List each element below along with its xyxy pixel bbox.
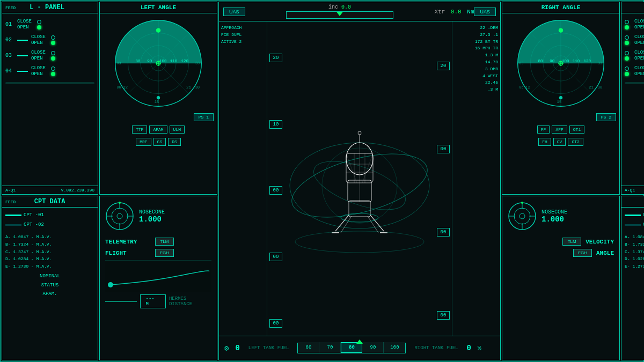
l-panel-title: FEED L - PANEL: [2, 2, 98, 13]
r-close-dot-2: [625, 35, 629, 40]
svg-line-48: [346, 153, 357, 183]
right-btn-group-2: FH CV OT2: [502, 136, 619, 148]
fgh-btn[interactable]: FGH: [155, 249, 174, 257]
svg-text:90: 90: [147, 59, 152, 63]
spacecraft-svg: [284, 110, 435, 271]
svg-text:06: 06: [117, 85, 121, 90]
svg-point-87: [519, 213, 525, 219]
ff-btn[interactable]: FF: [537, 125, 550, 134]
angle-row: FGH ANGLE: [508, 249, 614, 257]
cpt-02-item: CPT -02: [5, 220, 94, 229]
apam-btn[interactable]: APAM: [149, 125, 167, 134]
fuel-left-val: 0: [235, 344, 239, 352]
right-tel-content: NOSECONE 1.000 TLM VELOCITY FGH ANGLE: [502, 196, 619, 265]
left-angle-label: LEFT ANGLE: [100, 2, 217, 13]
fuel-percent: %: [478, 345, 481, 351]
r-open-dot-1: [625, 25, 629, 29]
angle-ps-row: PS 1: [100, 113, 217, 123]
center-mid: APPROACH PCE DUPL ACTIVE 2 20 10 00 00 0…: [219, 21, 500, 360]
fuel-100: 100: [384, 342, 405, 353]
close-dot-3: [51, 51, 55, 55]
svg-text:03: 03: [519, 61, 524, 65]
hermes-label: HERMES DISTANCE: [169, 296, 211, 307]
gauge-arrow: [336, 12, 343, 16]
spacecraft-display: [284, 21, 435, 360]
l-row-3: 03 CLOSE OPEN: [5, 50, 94, 61]
r-close-dot-1: [625, 20, 629, 24]
flight-row: FLIGHT FGH: [105, 249, 211, 257]
nosecone-right-label: NOSECONE: [541, 209, 567, 215]
center-right-data: 22 .DRM 27.3 .1 172 BT TR 16 MPH TR 1.3 …: [452, 21, 500, 360]
tlm-btn[interactable]: TLM: [155, 238, 174, 246]
cpt-nominal: NOMINAL STATUS APAM.: [2, 272, 98, 298]
svg-text:80: 80: [136, 59, 141, 63]
right-ps-row: PS 2: [502, 113, 619, 123]
mrf-btn[interactable]: MRF: [136, 138, 151, 146]
l-panel-rows: 01 CLOSE OPEN 02 CLOSE OPEN: [2, 16, 98, 80]
r-panel-bar: [625, 82, 644, 84]
svg-text:120: 120: [584, 59, 591, 63]
nosecone-target-left: [105, 202, 135, 231]
r-open-dot-4: [625, 72, 629, 76]
left-radar-svg: 80 90 100 110 120 12 15 21 03 33 06 30: [113, 18, 204, 109]
xtr-display: Xtr 0.0 Nm: [434, 9, 474, 15]
r-row-3: CLOSE OPEN 03: [625, 50, 644, 61]
cpr-data-panel: CPR DATA FEED CPR -01 CPR -02 A- 1.0847 …: [621, 196, 644, 360]
right-scale: 20 00 00 00: [435, 21, 452, 360]
angle-fgh-btn[interactable]: FGH: [573, 249, 592, 257]
cv-btn[interactable]: CV: [553, 138, 566, 146]
svg-text:100: 100: [562, 59, 569, 63]
flight-label: FLIGHT: [105, 250, 151, 256]
cpr-values: A- 1.0847 - M.A.V. B- 1.7324 - M.A.V. C-…: [621, 233, 644, 270]
uas-left-btn[interactable]: UAS: [223, 8, 245, 16]
r-open-dot-2: [625, 41, 629, 45]
ttf-btn[interactable]: TTF: [132, 125, 147, 134]
fh-btn[interactable]: FH: [538, 138, 551, 146]
xtr-label: Xtr: [434, 9, 445, 15]
nosecone-target-right: [508, 202, 537, 231]
open-dot-3: [51, 56, 55, 61]
xtr-value: 0.0: [451, 9, 462, 15]
left-btn-group-2: MRF GS DS: [100, 136, 217, 148]
svg-text:30: 30: [598, 85, 602, 90]
svg-text:06: 06: [519, 85, 524, 90]
r-panel-footer: A-Q1 V.092.239.390: [621, 186, 644, 194]
l-row-2: 02 CLOSE OPEN: [5, 34, 94, 46]
fuel-icon: ⚙: [224, 344, 229, 353]
svg-text:110: 110: [573, 59, 580, 63]
r-panel-rows: CLOSE OPEN 01 CLOSE OPEN 02: [621, 16, 644, 80]
svg-point-19: [156, 28, 160, 33]
svg-point-20: [157, 96, 160, 99]
cpr-nominal: NOMINAL STATUS APAM.: [621, 272, 644, 298]
ot2-btn[interactable]: OT2: [568, 138, 583, 146]
svg-text:21: 21: [186, 85, 192, 90]
r-row-2: CLOSE OPEN 02: [625, 34, 644, 46]
ot1-btn[interactable]: OT1: [569, 125, 584, 134]
fuel-left-label: LEFT TANK FUEL: [248, 345, 289, 351]
l-panel-label: L - PANEL: [30, 4, 64, 11]
ds-btn[interactable]: DS: [168, 138, 181, 146]
svg-point-92: [521, 202, 523, 204]
velocity-tlm-btn[interactable]: TLM: [562, 238, 581, 246]
app-btn[interactable]: APP: [552, 125, 567, 134]
cpr-data-title: CPR DATA FEED: [621, 196, 644, 208]
nosecone-left-label: NOSECONE: [139, 209, 165, 215]
r-row-4: CLOSE OPEN 04: [625, 65, 644, 77]
l-row-1: 01 CLOSE OPEN: [5, 19, 94, 30]
fuel-90: 90: [362, 342, 384, 353]
cpt-values: A- 1.0847 - M.A.V. B- 1.7324 - M.A.V. C-…: [2, 233, 98, 270]
gs-btn[interactable]: GS: [153, 138, 166, 146]
l-panel: FEED L - PANEL 01 CLOSE OPEN 02 CL: [2, 2, 98, 195]
uas-right-btn[interactable]: UAS: [474, 8, 496, 16]
svg-text:33: 33: [598, 61, 602, 65]
ps1-badge[interactable]: PS 1: [194, 113, 214, 121]
svg-point-78: [117, 213, 122, 219]
r-panel-title: R - PANEL FEED: [621, 2, 644, 13]
nosecone-right-val: 1.000: [541, 215, 567, 224]
ps2-badge[interactable]: PS 2: [596, 113, 616, 121]
svg-point-71: [559, 96, 562, 99]
center-left-data: APPROACH PCE DUPL ACTIVE 2: [219, 21, 267, 360]
telemetry-row: TELEMETRY TLM: [105, 238, 211, 246]
ulm-btn[interactable]: ULM: [170, 125, 185, 134]
cpt-data-title: FEED CPT DATA: [2, 196, 98, 208]
